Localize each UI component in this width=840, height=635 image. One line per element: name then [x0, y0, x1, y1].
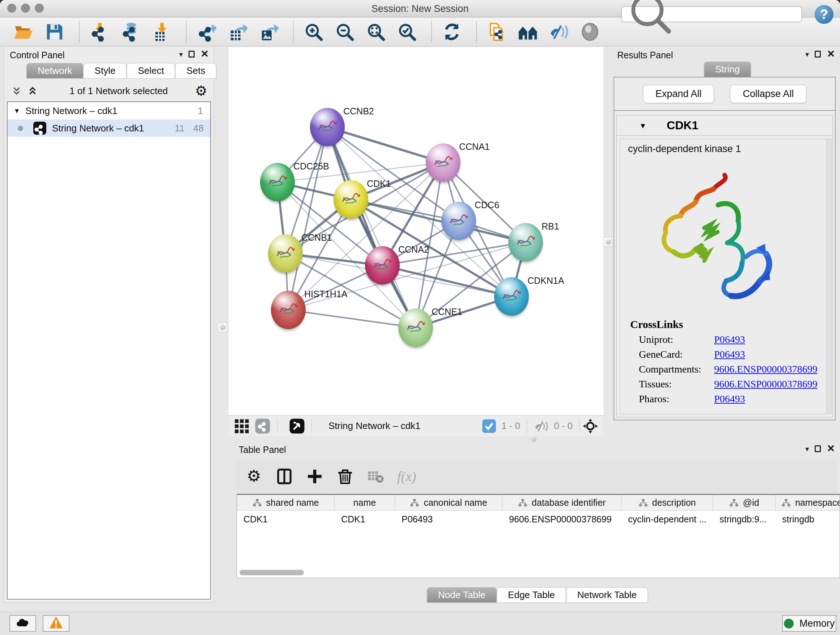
tab-string[interactable]: String: [704, 62, 751, 77]
zoom-selected-icon[interactable]: [396, 21, 417, 42]
tab-network[interactable]: Network: [27, 63, 83, 78]
network-node-CCNB1[interactable]: [268, 234, 303, 272]
zoom-fit-icon[interactable]: [365, 21, 386, 42]
column-header-@id[interactable]: @id: [713, 495, 775, 510]
network-row[interactable]: String Network – cdk1 11 48: [8, 119, 210, 137]
tab-edge-table[interactable]: Edge Table: [497, 587, 566, 602]
table-row[interactable]: CDK1CDK1P064939606.ENSP00000378699cyclin…: [237, 511, 840, 527]
table-horizontal-scrollbar[interactable]: [240, 570, 840, 576]
export-image-icon[interactable]: [258, 21, 279, 42]
network-node-CCNA1[interactable]: [426, 143, 461, 182]
table-cell[interactable]: cyclin-dependent ...: [622, 511, 713, 527]
show-columns-icon[interactable]: [276, 468, 293, 485]
tab-node-table[interactable]: Node Table: [427, 587, 497, 602]
export-network-icon[interactable]: [196, 21, 217, 42]
table-cell[interactable]: stringdb: [775, 511, 840, 527]
selected-checkbox-icon[interactable]: [481, 418, 497, 434]
results-panel-float-icon[interactable]: [815, 51, 821, 57]
network-edge[interactable]: [327, 127, 443, 163]
network-node-RB1[interactable]: [508, 223, 543, 261]
birdseye-view-icon[interactable]: [579, 21, 600, 42]
control-panel-menu-icon[interactable]: ▾: [179, 50, 183, 59]
search-box[interactable]: [621, 6, 802, 22]
network-node-CDC25B[interactable]: [260, 163, 295, 201]
birdseye-toggle-icon[interactable]: [289, 418, 305, 434]
cloud-status-button[interactable]: [9, 615, 36, 632]
column-header-database-identifier[interactable]: database identifier: [502, 495, 622, 510]
network-edge[interactable]: [288, 310, 416, 328]
open-session-icon[interactable]: [13, 21, 34, 42]
column-header-shared-name[interactable]: shared name: [237, 495, 335, 510]
table-cell[interactable]: CDK1: [237, 511, 335, 527]
export-table-icon[interactable]: [227, 21, 248, 42]
network-collection-row[interactable]: ▾ String Network – cdk1 1: [8, 102, 210, 119]
import-table-file-icon[interactable]: [151, 21, 172, 42]
crosslink-link[interactable]: P06493: [714, 393, 745, 405]
collection-disclosure-icon[interactable]: ▾: [15, 106, 19, 116]
table-cell[interactable]: 9606.ENSP00000378699: [502, 511, 622, 527]
left-splitter-handle[interactable]: [218, 323, 227, 332]
tab-sets[interactable]: Sets: [175, 63, 216, 78]
import-network-file-icon[interactable]: [89, 21, 110, 42]
expand-all-button[interactable]: Expand All: [643, 85, 714, 103]
show-graphics-details-icon[interactable]: [548, 21, 569, 42]
column-header-canonical-name[interactable]: canonical name: [395, 495, 502, 510]
network-edge[interactable]: [288, 127, 327, 310]
results-panel-menu-icon[interactable]: ▾: [805, 50, 809, 59]
collapse-all-icon[interactable]: [11, 86, 23, 96]
detach-view-icon[interactable]: [255, 418, 271, 434]
zoom-out-icon[interactable]: [334, 21, 355, 42]
network-node-CCNE1[interactable]: [398, 309, 433, 347]
apply-layout-icon[interactable]: [441, 21, 462, 42]
expand-all-icon[interactable]: [27, 86, 39, 96]
column-header-description[interactable]: description: [622, 495, 713, 510]
collapse-all-button[interactable]: Collapse All: [730, 85, 806, 103]
table-panel-close-icon[interactable]: ✕: [827, 444, 835, 454]
network-edge[interactable]: [382, 265, 512, 296]
crosslink-link[interactable]: P06493: [714, 334, 745, 345]
gene-disclosure-icon[interactable]: ▾: [641, 120, 645, 131]
network-node-HIST1H1A[interactable]: [271, 291, 306, 329]
table-panel-menu-icon[interactable]: ▾: [805, 445, 809, 453]
duplicate-network-icon[interactable]: [486, 21, 507, 42]
table-cell[interactable]: P06493: [395, 511, 502, 527]
control-panel-float-icon[interactable]: [188, 51, 195, 57]
search-input[interactable]: [679, 8, 801, 20]
tab-select[interactable]: Select: [126, 63, 175, 78]
column-header-namespace[interactable]: namespace: [775, 495, 840, 510]
network-node-CDK1[interactable]: [333, 180, 368, 219]
tab-style[interactable]: Style: [83, 63, 126, 78]
network-node-CDC6[interactable]: [441, 202, 476, 240]
crosslink-link[interactable]: 9606.ENSP00000378699: [714, 378, 817, 390]
table-options-gear-icon[interactable]: ⚙: [245, 468, 263, 485]
table-cell[interactable]: CDK1: [335, 511, 395, 527]
warnings-button[interactable]: [43, 615, 69, 632]
help-button[interactable]: ?: [815, 5, 834, 24]
first-neighbors-icon[interactable]: [517, 21, 538, 42]
control-panel-close-icon[interactable]: ✕: [201, 49, 209, 59]
delete-column-icon[interactable]: [336, 468, 354, 485]
network-node-CCNB2[interactable]: [310, 108, 345, 146]
add-column-icon[interactable]: [306, 468, 324, 485]
network-node-CCNA2[interactable]: [365, 246, 400, 285]
memory-button[interactable]: Memory: [782, 615, 836, 632]
import-network-database-icon[interactable]: [120, 21, 141, 42]
bottom-splitter-handle[interactable]: [529, 437, 538, 442]
network-canvas[interactable]: CCNB2CCNA1CDC25BCDK1CDC6RB1CCNB1CCNA2CDK…: [229, 47, 603, 415]
table-cell[interactable]: stringdb:9...: [713, 511, 775, 527]
grid-mode-icon[interactable]: [234, 418, 249, 434]
table-panel-float-icon[interactable]: [815, 445, 821, 452]
hidden-eye-icon[interactable]: [534, 418, 549, 434]
network-node-CDKN1A[interactable]: [494, 277, 529, 316]
network-options-gear-icon[interactable]: ⚙: [195, 84, 207, 98]
crosslink-link[interactable]: 9606.ENSP00000378699: [714, 363, 817, 375]
tab-network-table[interactable]: Network Table: [566, 587, 648, 602]
save-session-icon[interactable]: [44, 21, 65, 42]
results-panel-close-icon[interactable]: ✕: [827, 49, 835, 59]
zoom-in-icon[interactable]: [303, 21, 324, 42]
column-header-name[interactable]: name: [335, 495, 395, 510]
crosslink-row: Pharos:P06493: [639, 393, 826, 405]
crosslink-link[interactable]: P06493: [714, 348, 745, 360]
results-scrollbar[interactable]: [827, 139, 832, 414]
crosshair-icon[interactable]: [583, 418, 598, 434]
